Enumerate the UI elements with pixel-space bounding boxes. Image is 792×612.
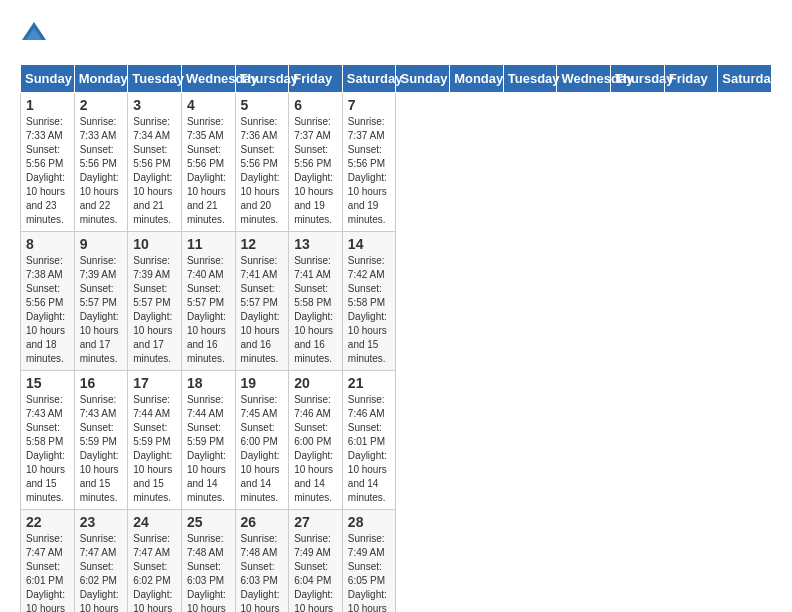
day-info: Sunrise: 7:49 AMSunset: 6:04 PMDaylight:… <box>294 532 337 612</box>
logo-icon <box>20 20 48 48</box>
day-number: 16 <box>80 375 123 391</box>
day-number: 17 <box>133 375 176 391</box>
day-number: 1 <box>26 97 69 113</box>
day-info: Sunrise: 7:42 AMSunset: 5:58 PMDaylight:… <box>348 254 391 366</box>
day-cell-11: 11 Sunrise: 7:40 AMSunset: 5:57 PMDaylig… <box>181 232 235 371</box>
day-number: 11 <box>187 236 230 252</box>
day-number: 9 <box>80 236 123 252</box>
col-header-friday: Friday <box>289 65 343 93</box>
week-row-2: 8 Sunrise: 7:38 AMSunset: 5:56 PMDayligh… <box>21 232 772 371</box>
day-number: 12 <box>241 236 284 252</box>
week-row-4: 22 Sunrise: 7:47 AMSunset: 6:01 PMDaylig… <box>21 510 772 613</box>
day-cell-10: 10 Sunrise: 7:39 AMSunset: 5:57 PMDaylig… <box>128 232 182 371</box>
day-info: Sunrise: 7:49 AMSunset: 6:05 PMDaylight:… <box>348 532 391 612</box>
col-header-tuesday: Tuesday <box>128 65 182 93</box>
day-cell-28: 28 Sunrise: 7:49 AMSunset: 6:05 PMDaylig… <box>342 510 396 613</box>
page-header <box>20 20 772 48</box>
day-info: Sunrise: 7:38 AMSunset: 5:56 PMDaylight:… <box>26 254 69 366</box>
day-number: 23 <box>80 514 123 530</box>
day-info: Sunrise: 7:48 AMSunset: 6:03 PMDaylight:… <box>187 532 230 612</box>
day-cell-15: 15 Sunrise: 7:43 AMSunset: 5:58 PMDaylig… <box>21 371 75 510</box>
day-number: 19 <box>241 375 284 391</box>
day-number: 2 <box>80 97 123 113</box>
header-row: SundayMondayTuesdayWednesdayThursdayFrid… <box>21 65 772 93</box>
day-cell-24: 24 Sunrise: 7:47 AMSunset: 6:02 PMDaylig… <box>128 510 182 613</box>
day-info: Sunrise: 7:46 AMSunset: 6:01 PMDaylight:… <box>348 393 391 505</box>
day-info: Sunrise: 7:47 AMSunset: 6:01 PMDaylight:… <box>26 532 69 612</box>
day-number: 21 <box>348 375 391 391</box>
day-info: Sunrise: 7:40 AMSunset: 5:57 PMDaylight:… <box>187 254 230 366</box>
col-wednesday: Wednesday <box>557 65 611 93</box>
day-cell-8: 8 Sunrise: 7:38 AMSunset: 5:56 PMDayligh… <box>21 232 75 371</box>
day-info: Sunrise: 7:44 AMSunset: 5:59 PMDaylight:… <box>133 393 176 505</box>
day-cell-12: 12 Sunrise: 7:41 AMSunset: 5:57 PMDaylig… <box>235 232 289 371</box>
logo <box>20 20 52 48</box>
day-number: 25 <box>187 514 230 530</box>
week-row-3: 15 Sunrise: 7:43 AMSunset: 5:58 PMDaylig… <box>21 371 772 510</box>
day-number: 3 <box>133 97 176 113</box>
day-info: Sunrise: 7:37 AMSunset: 5:56 PMDaylight:… <box>294 115 337 227</box>
col-saturday: Saturday <box>718 65 772 93</box>
day-number: 20 <box>294 375 337 391</box>
day-cell-17: 17 Sunrise: 7:44 AMSunset: 5:59 PMDaylig… <box>128 371 182 510</box>
day-number: 6 <box>294 97 337 113</box>
day-cell-3: 3 Sunrise: 7:34 AMSunset: 5:56 PMDayligh… <box>128 93 182 232</box>
day-cell-4: 4 Sunrise: 7:35 AMSunset: 5:56 PMDayligh… <box>181 93 235 232</box>
col-tuesday: Tuesday <box>503 65 557 93</box>
day-cell-19: 19 Sunrise: 7:45 AMSunset: 6:00 PMDaylig… <box>235 371 289 510</box>
day-cell-9: 9 Sunrise: 7:39 AMSunset: 5:57 PMDayligh… <box>74 232 128 371</box>
day-info: Sunrise: 7:47 AMSunset: 6:02 PMDaylight:… <box>80 532 123 612</box>
col-thursday: Thursday <box>611 65 665 93</box>
day-info: Sunrise: 7:39 AMSunset: 5:57 PMDaylight:… <box>80 254 123 366</box>
day-number: 27 <box>294 514 337 530</box>
day-cell-16: 16 Sunrise: 7:43 AMSunset: 5:59 PMDaylig… <box>74 371 128 510</box>
col-header-saturday: Saturday <box>342 65 396 93</box>
day-info: Sunrise: 7:39 AMSunset: 5:57 PMDaylight:… <box>133 254 176 366</box>
day-info: Sunrise: 7:43 AMSunset: 5:59 PMDaylight:… <box>80 393 123 505</box>
day-cell-21: 21 Sunrise: 7:46 AMSunset: 6:01 PMDaylig… <box>342 371 396 510</box>
col-header-monday: Monday <box>74 65 128 93</box>
day-cell-14: 14 Sunrise: 7:42 AMSunset: 5:58 PMDaylig… <box>342 232 396 371</box>
col-friday: Friday <box>664 65 718 93</box>
calendar-table: SundayMondayTuesdayWednesdayThursdayFrid… <box>20 64 772 612</box>
day-cell-22: 22 Sunrise: 7:47 AMSunset: 6:01 PMDaylig… <box>21 510 75 613</box>
day-number: 26 <box>241 514 284 530</box>
day-cell-27: 27 Sunrise: 7:49 AMSunset: 6:04 PMDaylig… <box>289 510 343 613</box>
day-info: Sunrise: 7:46 AMSunset: 6:00 PMDaylight:… <box>294 393 337 505</box>
day-cell-25: 25 Sunrise: 7:48 AMSunset: 6:03 PMDaylig… <box>181 510 235 613</box>
day-cell-1: 1 Sunrise: 7:33 AMSunset: 5:56 PMDayligh… <box>21 93 75 232</box>
day-number: 7 <box>348 97 391 113</box>
day-cell-2: 2 Sunrise: 7:33 AMSunset: 5:56 PMDayligh… <box>74 93 128 232</box>
day-info: Sunrise: 7:33 AMSunset: 5:56 PMDaylight:… <box>80 115 123 227</box>
day-info: Sunrise: 7:45 AMSunset: 6:00 PMDaylight:… <box>241 393 284 505</box>
day-info: Sunrise: 7:48 AMSunset: 6:03 PMDaylight:… <box>241 532 284 612</box>
day-info: Sunrise: 7:34 AMSunset: 5:56 PMDaylight:… <box>133 115 176 227</box>
day-cell-20: 20 Sunrise: 7:46 AMSunset: 6:00 PMDaylig… <box>289 371 343 510</box>
col-header-sunday: Sunday <box>21 65 75 93</box>
day-cell-5: 5 Sunrise: 7:36 AMSunset: 5:56 PMDayligh… <box>235 93 289 232</box>
day-number: 15 <box>26 375 69 391</box>
day-info: Sunrise: 7:41 AMSunset: 5:57 PMDaylight:… <box>241 254 284 366</box>
day-number: 22 <box>26 514 69 530</box>
day-number: 13 <box>294 236 337 252</box>
day-info: Sunrise: 7:35 AMSunset: 5:56 PMDaylight:… <box>187 115 230 227</box>
day-number: 8 <box>26 236 69 252</box>
day-number: 10 <box>133 236 176 252</box>
day-info: Sunrise: 7:41 AMSunset: 5:58 PMDaylight:… <box>294 254 337 366</box>
day-cell-23: 23 Sunrise: 7:47 AMSunset: 6:02 PMDaylig… <box>74 510 128 613</box>
day-info: Sunrise: 7:47 AMSunset: 6:02 PMDaylight:… <box>133 532 176 612</box>
day-number: 24 <box>133 514 176 530</box>
day-cell-13: 13 Sunrise: 7:41 AMSunset: 5:58 PMDaylig… <box>289 232 343 371</box>
col-sunday: Sunday <box>396 65 450 93</box>
day-number: 4 <box>187 97 230 113</box>
day-number: 18 <box>187 375 230 391</box>
day-info: Sunrise: 7:44 AMSunset: 5:59 PMDaylight:… <box>187 393 230 505</box>
week-row-1: 1 Sunrise: 7:33 AMSunset: 5:56 PMDayligh… <box>21 93 772 232</box>
day-cell-7: 7 Sunrise: 7:37 AMSunset: 5:56 PMDayligh… <box>342 93 396 232</box>
day-number: 28 <box>348 514 391 530</box>
day-info: Sunrise: 7:36 AMSunset: 5:56 PMDaylight:… <box>241 115 284 227</box>
col-monday: Monday <box>450 65 504 93</box>
day-info: Sunrise: 7:37 AMSunset: 5:56 PMDaylight:… <box>348 115 391 227</box>
day-cell-18: 18 Sunrise: 7:44 AMSunset: 5:59 PMDaylig… <box>181 371 235 510</box>
day-number: 14 <box>348 236 391 252</box>
